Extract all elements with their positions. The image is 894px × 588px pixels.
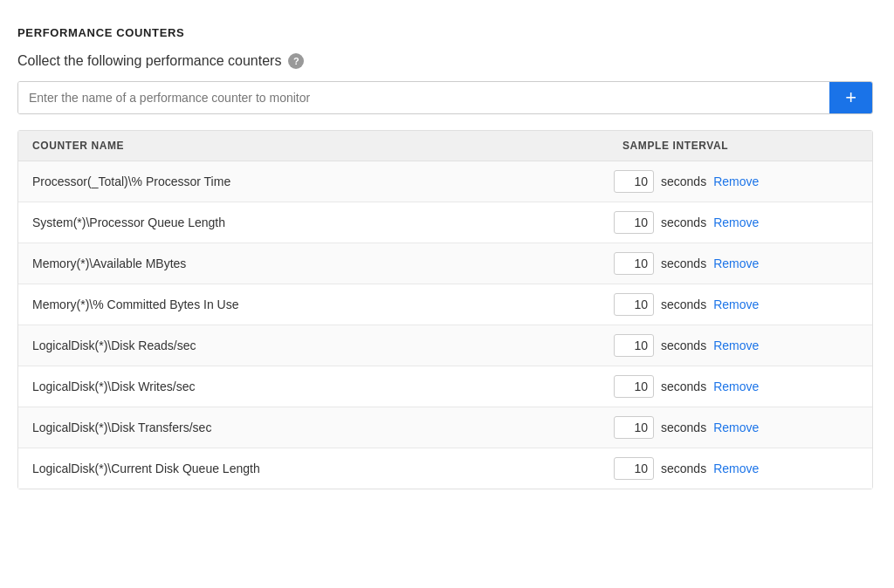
seconds-label: seconds bbox=[661, 420, 706, 434]
counter-name: LogicalDisk(*)\Disk Transfers/sec bbox=[32, 420, 614, 434]
seconds-label: seconds bbox=[661, 297, 706, 311]
counter-name: Memory(*)\% Committed Bytes In Use bbox=[32, 297, 614, 311]
interval-cell: seconds Remove bbox=[614, 293, 858, 316]
interval-cell: seconds Remove bbox=[614, 375, 858, 398]
interval-cell: seconds Remove bbox=[614, 170, 858, 193]
page-title: PERFORMANCE COUNTERS bbox=[17, 26, 877, 39]
interval-cell: seconds Remove bbox=[614, 252, 858, 275]
section-label: Collect the following performance counte… bbox=[17, 53, 281, 69]
seconds-label: seconds bbox=[661, 174, 706, 188]
counter-name: System(*)\Processor Queue Length bbox=[32, 215, 614, 229]
table-row: LogicalDisk(*)\Disk Reads/sec seconds Re… bbox=[18, 325, 872, 366]
interval-cell: seconds Remove bbox=[614, 416, 858, 439]
interval-input[interactable] bbox=[614, 252, 654, 275]
remove-button[interactable]: Remove bbox=[713, 462, 759, 475]
counter-name: LogicalDisk(*)\Disk Writes/sec bbox=[32, 379, 614, 393]
interval-cell: seconds Remove bbox=[614, 457, 858, 480]
add-counter-button[interactable]: + bbox=[829, 82, 872, 113]
counter-name: LogicalDisk(*)\Current Disk Queue Length bbox=[32, 462, 614, 475]
remove-button[interactable]: Remove bbox=[713, 215, 759, 229]
table-row: LogicalDisk(*)\Disk Transfers/sec second… bbox=[18, 407, 872, 448]
counter-name: Processor(_Total)\% Processor Time bbox=[32, 174, 614, 188]
col-header-counter: COUNTER NAME bbox=[32, 140, 614, 152]
interval-input[interactable] bbox=[614, 293, 654, 316]
col-header-interval: SAMPLE INTERVAL bbox=[614, 140, 858, 152]
interval-input[interactable] bbox=[614, 170, 654, 193]
seconds-label: seconds bbox=[661, 256, 706, 270]
table-row: LogicalDisk(*)\Current Disk Queue Length… bbox=[18, 448, 872, 489]
table-row: System(*)\Processor Queue Length seconds… bbox=[18, 202, 872, 243]
remove-button[interactable]: Remove bbox=[713, 256, 759, 270]
seconds-label: seconds bbox=[661, 462, 706, 475]
counter-name: LogicalDisk(*)\Disk Reads/sec bbox=[32, 338, 614, 352]
remove-button[interactable]: Remove bbox=[713, 420, 759, 434]
table-body: Processor(_Total)\% Processor Time secon… bbox=[18, 161, 872, 489]
seconds-label: seconds bbox=[661, 338, 706, 352]
seconds-label: seconds bbox=[661, 215, 706, 229]
interval-input[interactable] bbox=[614, 211, 654, 234]
remove-button[interactable]: Remove bbox=[713, 297, 759, 311]
interval-cell: seconds Remove bbox=[614, 334, 858, 357]
interval-input[interactable] bbox=[614, 416, 654, 439]
table-row: Processor(_Total)\% Processor Time secon… bbox=[18, 161, 872, 202]
counter-name: Memory(*)\Available MBytes bbox=[32, 256, 614, 270]
remove-button[interactable]: Remove bbox=[713, 174, 759, 188]
table-row: Memory(*)\Available MBytes seconds Remov… bbox=[18, 243, 872, 284]
interval-cell: seconds Remove bbox=[614, 211, 858, 234]
help-icon[interactable]: ? bbox=[288, 53, 304, 69]
interval-input[interactable] bbox=[614, 375, 654, 398]
table-row: LogicalDisk(*)\Disk Writes/sec seconds R… bbox=[18, 366, 872, 407]
interval-input[interactable] bbox=[614, 334, 654, 357]
performance-counters-table: COUNTER NAME SAMPLE INTERVAL Processor(_… bbox=[17, 130, 873, 489]
counter-name-input[interactable] bbox=[18, 82, 829, 113]
table-header: COUNTER NAME SAMPLE INTERVAL bbox=[18, 131, 872, 161]
remove-button[interactable]: Remove bbox=[713, 338, 759, 352]
remove-button[interactable]: Remove bbox=[713, 379, 759, 393]
interval-input[interactable] bbox=[614, 457, 654, 480]
table-row: Memory(*)\% Committed Bytes In Use secon… bbox=[18, 284, 872, 325]
seconds-label: seconds bbox=[661, 379, 706, 393]
